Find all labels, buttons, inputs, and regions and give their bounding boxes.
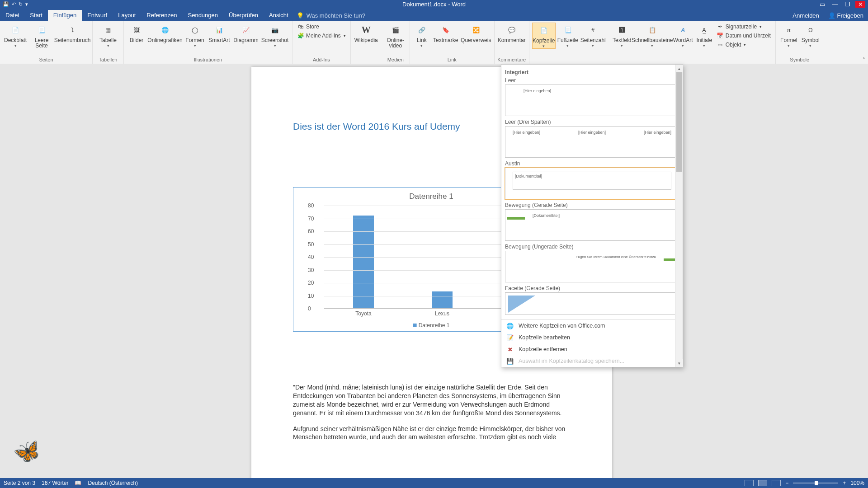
redo-icon[interactable]: ↻	[19, 1, 23, 7]
group-header-footer: 📄Kopfzeile▾ 📃Fußzeile▾ #Seitenzahl▾	[529, 21, 609, 64]
gallery-item-austin[interactable]: [Dokumenttitel]	[505, 168, 679, 199]
tab-referenzen[interactable]: Referenzen	[141, 10, 182, 21]
collapse-ribbon-icon[interactable]: ˄	[863, 57, 865, 63]
status-bar: Seite 2 von 3 167 Wörter 📖 Deutsch (Öste…	[0, 478, 868, 488]
group-seiten: 📄Deckblatt▾ 📃Leere Seite ⤵Seitenumbruch …	[0, 21, 93, 64]
group-addins: 🛍Store 🧩Meine Add-Ins▾ Add-Ins	[292, 21, 351, 64]
gallery-item-leer[interactable]: [Hier eingeben]	[505, 84, 679, 116]
tab-einfuegen[interactable]: Einfügen	[48, 10, 82, 21]
share-button[interactable]: 👤 Freigeben	[824, 10, 868, 21]
zoom-slider[interactable]	[793, 483, 838, 483]
zoom-level[interactable]: 100%	[850, 480, 864, 486]
paragraph-2[interactable]: Aufgrund seiner verhältnismäßigen Nähe i…	[293, 425, 573, 442]
tell-me-search[interactable]: 💡Was möchten Sie tun?	[294, 10, 368, 21]
tab-ueberpruefen[interactable]: Überprüfen	[223, 10, 264, 21]
screenshot-icon: 📷	[269, 23, 281, 36]
diagramm-button[interactable]: 📈Diagramm	[232, 23, 259, 43]
blank-page-icon: 📃	[35, 23, 48, 36]
zoom-in-icon[interactable]: +	[843, 480, 846, 486]
document-body-text[interactable]: "Der Mond (mhd. mâne; lateinisch luna) i…	[293, 383, 573, 449]
paragraph-1[interactable]: "Der Mond (mhd. mâne; lateinisch luna) i…	[293, 383, 573, 418]
wikipedia-button[interactable]: WWikipedia	[354, 23, 379, 43]
maximize-icon[interactable]: ❐	[843, 1, 853, 8]
tab-entwurf[interactable]: Entwurf	[82, 10, 113, 21]
y-tick-label: 20	[308, 280, 314, 286]
tab-ansicht[interactable]: Ansicht	[264, 10, 294, 21]
meine-addins-button[interactable]: 🧩Meine Add-Ins▾	[295, 32, 348, 40]
wordart-button[interactable]: AWordArt▾	[672, 23, 694, 48]
objekt-button[interactable]: ▭Objekt▾	[715, 41, 773, 49]
document-heading[interactable]: Dies ist der Word 2016 Kurs auf Udemy	[293, 121, 460, 132]
gallery-item-bewegung-ungerade[interactable]: Fügen Sie Ihrem Dokument eine Überschrif…	[505, 251, 679, 282]
header-gallery-dropdown: Integriert Leer [Hier eingeben] Leer (Dr…	[501, 64, 683, 367]
gallery-more-office[interactable]: 🌐Weitere Kopfzeilen von Office.com▸	[501, 320, 683, 332]
lightbulb-icon: 💡	[297, 12, 304, 19]
undo-icon[interactable]: ↶	[12, 1, 16, 7]
onlinegrafiken-button[interactable]: 🌐Onlinegrafiken	[147, 23, 183, 43]
group-tabellen: ▦Tabelle▾ Tabellen	[93, 21, 124, 64]
status-page[interactable]: Seite 2 von 3	[4, 480, 35, 486]
document-area: Dies ist der Word 2016 Kurs auf Udemy Da…	[0, 64, 868, 478]
schnellbausteine-button[interactable]: 📋Schnellbausteine▾	[633, 23, 671, 48]
deckblatt-button[interactable]: 📄Deckblatt▾	[3, 23, 28, 48]
store-button[interactable]: 🛍Store	[295, 23, 348, 31]
symbol-button[interactable]: ΩSymbol▾	[800, 23, 821, 48]
scroll-up-icon[interactable]: ▴	[675, 65, 683, 72]
screenshot-button[interactable]: 📷Screenshot▾	[260, 23, 289, 48]
qat-customize-caret-icon[interactable]: ▾	[25, 1, 28, 7]
status-language[interactable]: Deutsch (Österreich)	[88, 480, 138, 486]
quick-access-toolbar: 💾 ↶ ↻ ▾	[0, 1, 28, 7]
onlinevideo-button[interactable]: 🎬Online-video	[384, 23, 407, 48]
tab-start[interactable]: Start	[24, 10, 47, 21]
legend-label: Datenreihe 1	[419, 322, 450, 328]
close-icon[interactable]: ✕	[855, 1, 865, 8]
kopfzeile-button[interactable]: 📄Kopfzeile▾	[532, 23, 556, 49]
legend-swatch	[413, 324, 417, 327]
bar-lexus[interactable]	[432, 291, 453, 308]
tab-sendungen[interactable]: Sendungen	[183, 10, 224, 21]
gallery-edit-header[interactable]: 📝Kopfzeile bearbeiten	[501, 332, 683, 343]
ribbon-options-icon[interactable]: ▭	[817, 1, 827, 8]
seitenumbruch-button[interactable]: ⤵Seitenumbruch	[55, 23, 90, 43]
smartart-button[interactable]: 📊SmartArt	[207, 23, 231, 43]
formel-button[interactable]: πFormel▾	[778, 23, 799, 48]
status-words[interactable]: 167 Wörter	[42, 480, 68, 486]
tab-layout[interactable]: Layout	[113, 10, 141, 21]
bilder-button[interactable]: 🖼Bilder	[127, 23, 146, 43]
gallery-label-facette: Facette (Gerade Seite)	[505, 285, 679, 291]
bar-toyota[interactable]	[353, 216, 374, 308]
gallery-scrollbar[interactable]: ▴ ▾	[675, 65, 683, 367]
datum-uhrzeit-button[interactable]: 📅Datum und Uhrzeit	[715, 32, 773, 40]
page-break-icon: ⤵	[66, 23, 79, 36]
signaturzeile-button[interactable]: ✒Signaturzeile▾	[715, 23, 773, 31]
group-text: 🅰Textfeld▾ 📋Schnellbausteine▾ AWordArt▾ …	[609, 21, 775, 64]
querverweis-button[interactable]: 🔀Querverweis	[461, 23, 491, 43]
save-icon[interactable]: 💾	[3, 1, 9, 7]
link-button[interactable]: 🔗Link▾	[413, 23, 431, 48]
scroll-down-icon[interactable]: ▾	[675, 359, 683, 367]
view-web-icon[interactable]	[772, 480, 781, 486]
gallery-remove-header[interactable]: ✖Kopfzeile entfernen	[501, 343, 683, 355]
group-label-addins: Add-Ins	[295, 56, 348, 64]
textmarke-button[interactable]: 🔖Textmarke	[432, 23, 460, 43]
kommentar-button[interactable]: 💬Kommentar	[497, 23, 526, 43]
tabelle-button[interactable]: ▦Tabelle▾	[95, 23, 121, 48]
zoom-out-icon[interactable]: −	[785, 480, 788, 486]
video-icon: 🎬	[389, 23, 402, 36]
sign-in-button[interactable]: Anmelden	[788, 10, 824, 21]
gallery-item-bewegung-gerade[interactable]: [Dokumenttitel]	[505, 209, 679, 241]
gallery-item-facette[interactable]	[505, 292, 679, 315]
fusszeile-button[interactable]: 📃Fußzeile▾	[557, 23, 579, 48]
formen-button[interactable]: ◯Formen▾	[184, 23, 206, 48]
tab-datei[interactable]: Datei	[0, 10, 24, 21]
view-print-icon[interactable]	[758, 480, 767, 486]
minimize-icon[interactable]: —	[830, 1, 840, 8]
seitenzahl-button[interactable]: #Seitenzahl▾	[580, 23, 606, 48]
gallery-item-leer3[interactable]: [Hier eingeben][Hier eingeben][Hier eing…	[505, 126, 679, 158]
view-read-icon[interactable]	[745, 480, 754, 486]
leere-seite-button[interactable]: 📃Leere Seite	[29, 23, 54, 48]
initiale-button[interactable]: A̲Initiale▾	[695, 23, 714, 48]
status-proofing-icon[interactable]: 📖	[75, 480, 81, 486]
textfeld-button[interactable]: 🅰Textfeld▾	[612, 23, 632, 48]
scroll-thumb[interactable]	[676, 72, 682, 172]
